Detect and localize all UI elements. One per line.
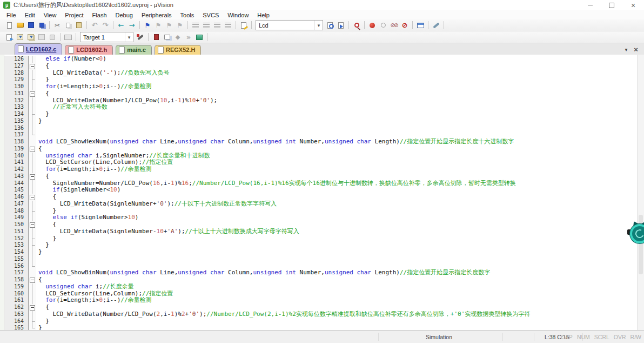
minimize-button[interactable] bbox=[579, 0, 601, 10]
translate-icon[interactable] bbox=[4, 33, 14, 42]
code-line[interactable]: 142 for(i=Length;i>0;i--)//余量检测 bbox=[4, 166, 637, 173]
code-editor[interactable]: 126 else if(Number<0)127 {128 LCD_WriteD… bbox=[0, 55, 644, 331]
breakpoint-kill-all-icon[interactable] bbox=[400, 21, 410, 30]
tab-lcd1602-h[interactable]: LCD1602.h bbox=[65, 45, 113, 55]
bookmark-toggle-icon[interactable] bbox=[143, 21, 152, 30]
fold-marker[interactable] bbox=[29, 63, 36, 70]
code-line[interactable]: 164 } bbox=[4, 318, 637, 325]
bookmark-next-icon[interactable] bbox=[164, 21, 174, 30]
debug-windows-icon[interactable] bbox=[162, 33, 172, 42]
code-line[interactable]: 147 LCD_WriteData(SignleNumber+'0');//十以… bbox=[4, 201, 637, 208]
nav-back-icon[interactable] bbox=[116, 21, 126, 30]
tab-close-icon[interactable] bbox=[632, 45, 640, 53]
analysis-windows-icon[interactable] bbox=[173, 33, 183, 42]
collapse-icon[interactable] bbox=[30, 91, 35, 97]
open-file-icon[interactable] bbox=[15, 21, 25, 30]
bookmark-clear-icon[interactable] bbox=[175, 21, 185, 30]
fold-marker[interactable] bbox=[29, 90, 36, 97]
code-line[interactable]: 133 //正常写入去符号数 bbox=[4, 104, 637, 111]
menu-peripherals[interactable]: Peripherals bbox=[137, 12, 176, 18]
stop-build-icon[interactable] bbox=[48, 33, 57, 42]
collapse-icon[interactable] bbox=[30, 278, 35, 283]
chevron-down-icon[interactable] bbox=[125, 32, 133, 42]
collapse-icon[interactable] bbox=[30, 305, 35, 311]
breakpoint-insert-icon[interactable] bbox=[367, 21, 377, 30]
find-icon[interactable] bbox=[239, 21, 249, 30]
code-line[interactable]: 155 bbox=[4, 256, 637, 263]
find-next-icon[interactable] bbox=[336, 21, 346, 30]
code-line[interactable]: 157void LCD_ShowBinNum(unsigned char Lin… bbox=[4, 269, 637, 276]
redo-icon[interactable] bbox=[100, 21, 110, 30]
indent-icon[interactable] bbox=[191, 21, 200, 30]
uncomment-icon[interactable] bbox=[223, 21, 233, 30]
menu-view[interactable]: View bbox=[39, 12, 61, 18]
editor-vscrollbar[interactable] bbox=[637, 55, 644, 331]
breakpoint-enable-disable-icon[interactable] bbox=[378, 21, 388, 30]
bookmark-prev-icon[interactable] bbox=[153, 21, 163, 30]
tab-regx52-h[interactable]: REGX52.H bbox=[155, 45, 201, 55]
copy-icon[interactable] bbox=[63, 21, 73, 30]
save-icon[interactable] bbox=[26, 21, 36, 30]
comment-icon[interactable] bbox=[212, 21, 222, 30]
download-icon[interactable] bbox=[63, 33, 73, 42]
paste-icon[interactable] bbox=[74, 21, 84, 30]
code-line[interactable]: 134 } bbox=[4, 111, 637, 118]
code-line[interactable]: 136 bbox=[4, 125, 637, 132]
tab-lcd1602-c[interactable]: LCD1602.c bbox=[15, 43, 62, 55]
fold-marker[interactable] bbox=[29, 221, 36, 228]
chevron-down-icon[interactable] bbox=[314, 21, 323, 30]
menu-flash[interactable]: Flash bbox=[88, 12, 111, 18]
target-select[interactable]: Target 1 bbox=[80, 32, 133, 42]
code-line[interactable]: 149 else if(SignleNumber>10) bbox=[4, 214, 637, 221]
code-line[interactable]: 126 else if(Number<0) bbox=[4, 56, 637, 63]
fold-marker[interactable] bbox=[29, 173, 36, 180]
tab-list-dropdown-icon[interactable] bbox=[622, 45, 630, 53]
options-target-icon[interactable] bbox=[136, 33, 145, 42]
menu-debug[interactable]: Debug bbox=[111, 12, 137, 18]
code-line[interactable]: 128 LCD_WriteData('-');//负数先写入负号 bbox=[4, 70, 637, 77]
cut-icon[interactable] bbox=[52, 21, 62, 30]
screen-recorder-overlay-icon[interactable] bbox=[630, 220, 644, 243]
menu-edit[interactable]: Edit bbox=[21, 12, 39, 18]
menu-project[interactable]: Project bbox=[61, 12, 88, 18]
fold-marker[interactable] bbox=[29, 194, 36, 201]
save-all-icon[interactable] bbox=[37, 21, 46, 30]
window-select-icon[interactable] bbox=[415, 21, 425, 30]
menu-window[interactable]: Window bbox=[223, 12, 253, 18]
rebuild-icon[interactable] bbox=[26, 33, 36, 42]
close-button[interactable] bbox=[622, 0, 644, 10]
find-in-files-icon[interactable] bbox=[325, 21, 335, 30]
collapse-icon[interactable] bbox=[30, 147, 35, 152]
collapse-icon[interactable] bbox=[30, 222, 35, 228]
code-line[interactable]: 154} bbox=[4, 249, 637, 256]
menu-file[interactable]: File bbox=[2, 12, 21, 18]
incremental-find-icon[interactable] bbox=[352, 21, 361, 30]
code-line[interactable]: 135} bbox=[4, 118, 637, 125]
maximize-button[interactable] bbox=[601, 0, 622, 10]
fold-marker[interactable] bbox=[29, 276, 36, 283]
batch-build-icon[interactable] bbox=[37, 33, 46, 42]
code-line[interactable]: 161 for(i=Length;i>0;i--)//余量检测 bbox=[4, 297, 637, 304]
configure-icon[interactable] bbox=[431, 21, 441, 30]
collapse-icon[interactable] bbox=[30, 195, 35, 200]
menu-svcs[interactable]: SVCS bbox=[198, 12, 223, 18]
code-line[interactable]: 163 LCD_WriteData(Number/LCD_Pow(2,i-1)%… bbox=[4, 311, 637, 318]
find-combobox[interactable]: Lcd bbox=[256, 20, 323, 30]
collapse-icon[interactable] bbox=[30, 174, 35, 180]
code-line[interactable]: 152 } bbox=[4, 235, 637, 242]
code-area[interactable]: 126 else if(Number<0)127 {128 LCD_WriteD… bbox=[4, 56, 637, 331]
code-line[interactable]: 130 for(i=Length;i>0;i--)//余量检测 bbox=[4, 83, 637, 90]
nav-forward-icon[interactable] bbox=[127, 21, 137, 30]
breakpoint-disable-all-icon[interactable] bbox=[389, 21, 399, 30]
tab-main-c[interactable]: main.c bbox=[116, 45, 152, 55]
new-file-icon[interactable] bbox=[4, 21, 14, 30]
outdent-icon[interactable] bbox=[202, 21, 211, 30]
collapse-icon[interactable] bbox=[30, 64, 35, 69]
code-line[interactable]: 153 } bbox=[4, 242, 637, 249]
fold-marker[interactable] bbox=[29, 304, 36, 311]
undo-icon[interactable] bbox=[90, 21, 99, 30]
menu-tools[interactable]: Tools bbox=[176, 12, 199, 18]
code-line[interactable]: 138void LCD_ShowHexNum(unsigned char Lin… bbox=[4, 138, 637, 146]
build-icon[interactable] bbox=[15, 33, 25, 42]
debug-session-icon[interactable] bbox=[151, 33, 161, 42]
